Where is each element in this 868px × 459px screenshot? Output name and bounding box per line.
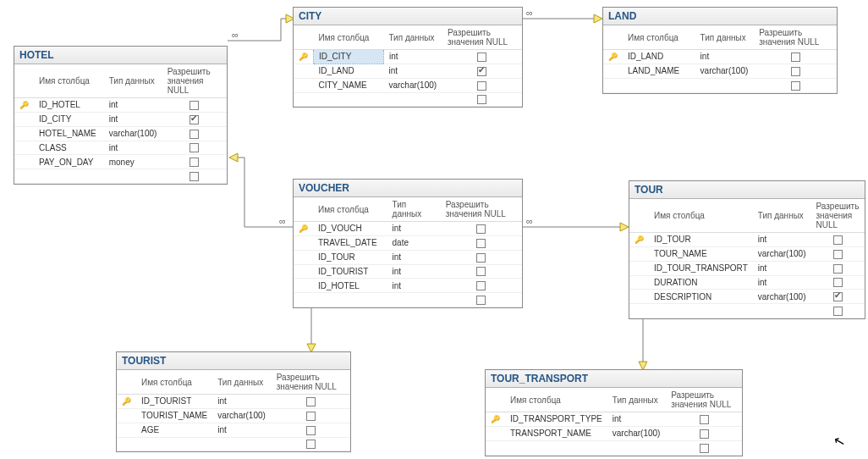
table-row[interactable]: 🔑ID_TRANSPORT_TYPEint xyxy=(486,412,742,427)
column-type: int xyxy=(387,264,441,279)
table-row[interactable]: ID_LANDint xyxy=(294,64,522,78)
header-col-type: Тип данных xyxy=(753,199,811,233)
svg-text:∞: ∞ xyxy=(526,8,533,18)
table-city[interactable]: CITY Имя столбцаТип данныхРазрешить знач… xyxy=(293,7,523,108)
column-type: int xyxy=(753,275,811,290)
allow-null-checkbox[interactable] xyxy=(190,158,199,167)
header-col-null: Разрешить значения NULL xyxy=(754,25,837,50)
table-row[interactable]: ID_CITYint xyxy=(14,112,227,126)
table-voucher[interactable]: VOUCHER Имя столбцаТип данныхРазрешить з… xyxy=(293,179,523,308)
primary-key-icon: 🔑 xyxy=(635,235,644,244)
allow-null-checkbox[interactable] xyxy=(833,250,843,259)
table-row[interactable] xyxy=(117,437,350,451)
allow-null-checkbox[interactable] xyxy=(190,143,199,152)
column-name: AGE xyxy=(136,423,212,437)
table-row[interactable]: CITY_NAMEvarchar(100) xyxy=(294,78,522,92)
table-row[interactable] xyxy=(294,293,522,307)
column-name: ID_TOUR xyxy=(649,233,753,247)
allow-null-checkbox[interactable] xyxy=(190,115,199,124)
table-row[interactable]: 🔑ID_TOURint xyxy=(629,233,865,247)
header-col-null: Разрешить значения NULL xyxy=(441,197,522,222)
table-row[interactable]: 🔑ID_TOURISTint xyxy=(117,395,350,409)
allow-null-checkbox[interactable] xyxy=(833,235,843,245)
table-row[interactable]: PAY_ON_DAYmoney xyxy=(14,155,227,169)
allow-null-checkbox[interactable] xyxy=(306,397,316,406)
allow-null-checkbox[interactable] xyxy=(833,264,843,274)
table-row[interactable]: TOURIST_NAMEvarchar(100) xyxy=(117,408,350,423)
svg-text:∞: ∞ xyxy=(526,216,533,226)
table-row[interactable]: TRANSPORT_NAMEvarchar(100) xyxy=(486,426,742,440)
allow-null-checkbox[interactable] xyxy=(791,81,800,91)
svg-marker-3 xyxy=(594,14,602,23)
allow-null-checkbox[interactable] xyxy=(476,267,486,276)
column-name: PAY_ON_DAY xyxy=(34,155,104,169)
column-name: CLASS xyxy=(34,141,104,155)
table-row[interactable]: HOTEL_NAMEvarchar(100) xyxy=(14,126,227,141)
table-tour-transport[interactable]: TOUR_TRANSPORT Имя столбцаТип данныхРазр… xyxy=(485,369,743,456)
table-row[interactable]: LAND_NAMEvarchar(100) xyxy=(603,64,837,78)
allow-null-checkbox[interactable] xyxy=(700,415,709,424)
table-row[interactable] xyxy=(294,92,522,107)
table-tourist[interactable]: TOURIST Имя столбцаТип данныхРазрешить з… xyxy=(116,351,351,452)
allow-null-checkbox[interactable] xyxy=(700,444,709,453)
allow-null-checkbox[interactable] xyxy=(190,172,199,181)
allow-null-checkbox[interactable] xyxy=(476,224,486,234)
table-row[interactable]: ID_TOURISTint xyxy=(294,264,522,279)
allow-null-checkbox[interactable] xyxy=(833,292,843,301)
table-row[interactable] xyxy=(603,78,837,92)
allow-null-checkbox[interactable] xyxy=(476,296,486,305)
allow-null-checkbox[interactable] xyxy=(477,81,486,91)
allow-null-checkbox[interactable] xyxy=(306,440,316,449)
table-row[interactable]: TRAVEL_DATEdate xyxy=(294,235,522,250)
column-name: LAND_NAME xyxy=(623,64,695,78)
table-row[interactable]: ID_HOTELint xyxy=(294,279,522,293)
allow-null-checkbox[interactable] xyxy=(476,239,486,248)
primary-key-icon: 🔑 xyxy=(299,224,308,233)
table-row[interactable]: 🔑ID_CITYint xyxy=(294,50,522,64)
table-row[interactable] xyxy=(486,440,742,455)
table-row[interactable]: 🔑ID_LANDint xyxy=(603,50,837,64)
table-row[interactable]: CLASSint xyxy=(14,141,227,155)
table-land[interactable]: LAND Имя столбцаТип данныхРазрешить знач… xyxy=(602,7,838,94)
column-name: TOURIST_NAME xyxy=(136,408,212,423)
table-row[interactable]: ID_TOURint xyxy=(294,250,522,264)
table-row[interactable]: TOUR_NAMEvarchar(100) xyxy=(629,246,865,261)
column-type: int xyxy=(104,112,162,126)
allow-null-checkbox[interactable] xyxy=(476,281,486,290)
allow-null-checkbox[interactable] xyxy=(476,253,486,263)
table-row[interactable] xyxy=(14,169,227,184)
table-row[interactable]: DURATIONint xyxy=(629,275,865,290)
allow-null-checkbox[interactable] xyxy=(791,67,800,76)
columns-grid: Имя столбцаТип данныхРазрешить значения … xyxy=(294,197,522,307)
header-col-name: Имя столбца xyxy=(314,25,384,50)
table-row[interactable]: 🔑ID_VOUCHint xyxy=(294,222,522,236)
column-name: ID_HOTEL xyxy=(313,279,387,293)
table-row[interactable] xyxy=(629,304,865,318)
column-name: DURATION xyxy=(649,275,753,290)
allow-null-checkbox[interactable] xyxy=(477,67,486,76)
table-tour[interactable]: TOUR Имя столбцаТип данныхРазрешить знач… xyxy=(629,180,865,319)
allow-null-checkbox[interactable] xyxy=(190,101,199,110)
allow-null-checkbox[interactable] xyxy=(306,426,316,435)
allow-null-checkbox[interactable] xyxy=(477,53,486,62)
allow-null-checkbox[interactable] xyxy=(477,95,486,104)
table-row[interactable]: AGEint xyxy=(117,423,350,437)
cursor-icon: ↖ xyxy=(832,433,846,451)
column-name: ID_VOUCH xyxy=(313,222,387,236)
allow-null-checkbox[interactable] xyxy=(833,278,843,287)
allow-null-checkbox[interactable] xyxy=(190,130,199,139)
column-type: int xyxy=(387,250,441,264)
table-row[interactable]: DESCRIPTIONvarchar(100) xyxy=(629,290,865,304)
primary-key-icon: 🔑 xyxy=(122,397,131,406)
table-row[interactable]: ID_TOUR_TRANSPORTint xyxy=(629,261,865,275)
columns-grid: Имя столбцаТип данныхРазрешить значения … xyxy=(486,388,742,456)
allow-null-checkbox[interactable] xyxy=(306,412,316,421)
primary-key-icon: 🔑 xyxy=(491,415,500,423)
column-name: ID_TOUR_TRANSPORT xyxy=(649,261,753,275)
column-type: varchar(100) xyxy=(212,408,272,423)
table-hotel[interactable]: HOTEL Имя столбцаТип данныхРазрешить зна… xyxy=(14,46,228,185)
allow-null-checkbox[interactable] xyxy=(791,53,800,62)
allow-null-checkbox[interactable] xyxy=(700,429,709,439)
table-row[interactable]: 🔑ID_HOTELint xyxy=(14,98,227,113)
allow-null-checkbox[interactable] xyxy=(833,307,843,316)
